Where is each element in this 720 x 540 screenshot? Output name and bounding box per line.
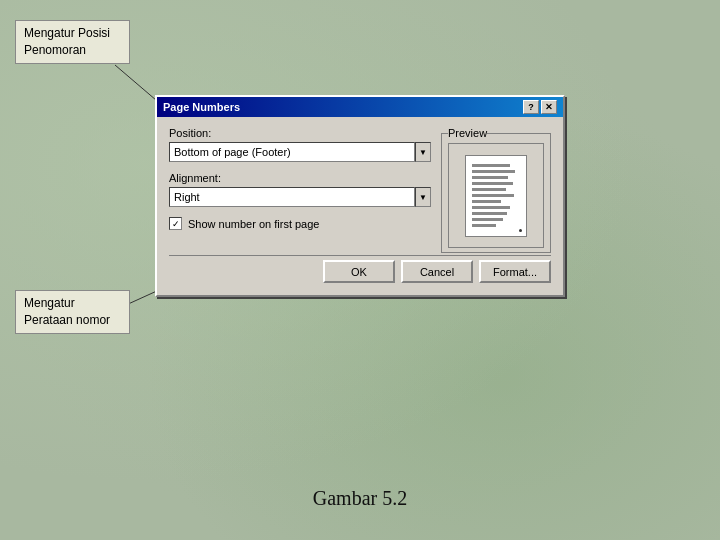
show-number-label: Show number on first page: [188, 218, 319, 230]
position-label: Position:: [169, 127, 431, 139]
preview-lines: [466, 156, 526, 234]
alignment-row: Right ▼: [169, 187, 431, 207]
preview-label: Preview: [448, 127, 487, 139]
button-row: OK Cancel Format...: [169, 255, 551, 285]
caption: Gambar 5.2: [0, 487, 720, 510]
alignment-dropdown-arrow[interactable]: ▼: [415, 187, 431, 207]
titlebar-buttons: ? ✕: [523, 100, 557, 114]
preview-section: Preview: [441, 127, 551, 253]
top-annotation: Mengatur Posisi Penomoran: [15, 20, 130, 64]
preview-box: [448, 143, 544, 248]
position-dropdown-arrow[interactable]: ▼: [415, 142, 431, 162]
format-button[interactable]: Format...: [479, 260, 551, 283]
bottom-annotation: Mengatur Perataan nomor: [15, 290, 130, 334]
position-row: Bottom of page (Footer) ▼: [169, 142, 431, 162]
dialog-content: Position: Bottom of page (Footer) ▼ Alig…: [157, 117, 563, 295]
show-number-checkbox[interactable]: ✓: [169, 217, 182, 230]
alignment-dropdown[interactable]: Right: [169, 187, 415, 207]
dialog-titlebar: Page Numbers ? ✕: [157, 97, 563, 117]
page-numbers-dialog: Page Numbers ? ✕ Position: Bottom of pag…: [155, 95, 565, 297]
ok-button[interactable]: OK: [323, 260, 395, 283]
page-number-dot: [519, 229, 522, 232]
preview-page: [465, 155, 527, 237]
close-button[interactable]: ✕: [541, 100, 557, 114]
checkbox-row: ✓ Show number on first page: [169, 217, 431, 230]
dialog-title: Page Numbers: [163, 101, 240, 113]
left-section: Position: Bottom of page (Footer) ▼ Alig…: [169, 127, 431, 242]
help-button[interactable]: ?: [523, 100, 539, 114]
cancel-button[interactable]: Cancel: [401, 260, 473, 283]
alignment-label: Alignment:: [169, 172, 431, 184]
position-dropdown[interactable]: Bottom of page (Footer): [169, 142, 415, 162]
